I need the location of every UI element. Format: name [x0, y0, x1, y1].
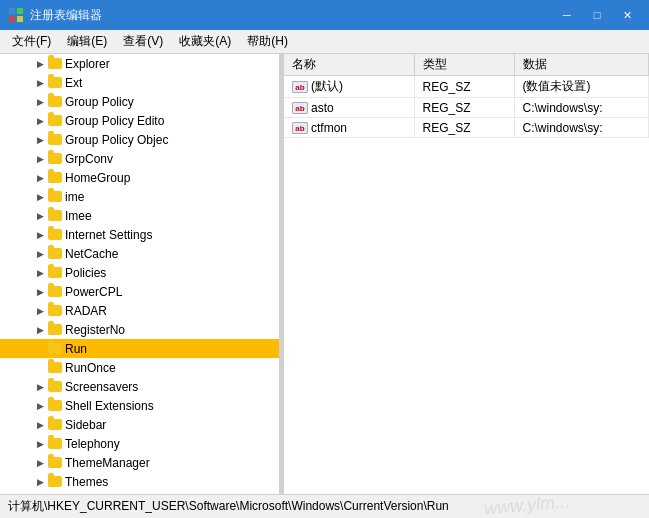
- cell-name: ab(默认): [284, 76, 414, 98]
- tree-item[interactable]: ▶Themes: [0, 472, 279, 491]
- folder-icon: [48, 153, 62, 164]
- reg-icon: ab(默认): [292, 78, 343, 95]
- cell-data: C:\windows\sy:: [514, 118, 649, 138]
- cell-data: C:\windows\sy:: [514, 98, 649, 118]
- tree-item-label: Group Policy Objec: [65, 133, 168, 147]
- tree-expand-icon[interactable]: ▶: [32, 59, 48, 69]
- tree-expand-icon[interactable]: ▶: [32, 154, 48, 164]
- tree-item-label: GrpConv: [65, 152, 113, 166]
- menu-favorites[interactable]: 收藏夹(A): [171, 31, 239, 52]
- tree-item[interactable]: Run: [0, 339, 279, 358]
- maximize-button[interactable]: □: [583, 5, 611, 25]
- tree-item[interactable]: ▶Group Policy Objec: [0, 130, 279, 149]
- svg-rect-3: [17, 16, 23, 22]
- folder-icon: [48, 305, 62, 316]
- tree-item[interactable]: ▶ime: [0, 187, 279, 206]
- tree-item[interactable]: ▶GrpConv: [0, 149, 279, 168]
- tree-item[interactable]: ▶Sidebar: [0, 415, 279, 434]
- ab-icon: ab: [292, 102, 308, 114]
- cell-type: REG_SZ: [414, 118, 514, 138]
- tree-item[interactable]: ▶PowerCPL: [0, 282, 279, 301]
- app-icon: [8, 7, 24, 23]
- tree-expand-icon[interactable]: ▶: [32, 306, 48, 316]
- folder-icon: [48, 210, 62, 221]
- reg-icon: abasto: [292, 101, 334, 115]
- tree-item[interactable]: ▶Policies: [0, 263, 279, 282]
- tree-expand-icon[interactable]: ▶: [32, 325, 48, 335]
- close-button[interactable]: ✕: [613, 5, 641, 25]
- tree-item-label: HomeGroup: [65, 171, 130, 185]
- status-bar: 计算机\HKEY_CURRENT_USER\Software\Microsoft…: [0, 494, 649, 518]
- menu-edit[interactable]: 编辑(E): [59, 31, 115, 52]
- tree-item-label: Explorer: [65, 57, 110, 71]
- tree-item[interactable]: ▶Imee: [0, 206, 279, 225]
- folder-icon: [48, 248, 62, 259]
- menu-view[interactable]: 查看(V): [115, 31, 171, 52]
- tree-expand-icon[interactable]: ▶: [32, 287, 48, 297]
- folder-icon: [48, 476, 62, 487]
- tree-item[interactable]: ▶Group Policy: [0, 92, 279, 111]
- tree-item[interactable]: ▶Screensavers: [0, 377, 279, 396]
- folder-icon: [48, 457, 62, 468]
- folder-icon: [48, 134, 62, 145]
- tree-item-label: Group Policy Edito: [65, 114, 164, 128]
- tree-expand-icon[interactable]: ▶: [32, 382, 48, 392]
- tree-expand-icon[interactable]: ▶: [32, 211, 48, 221]
- folder-icon: [48, 115, 62, 126]
- tree-expand-icon[interactable]: ▶: [32, 439, 48, 449]
- tree-item[interactable]: ▶Explorer: [0, 54, 279, 73]
- tree-expand-icon[interactable]: ▶: [32, 458, 48, 468]
- folder-icon: [48, 267, 62, 278]
- col-name: 名称: [284, 54, 414, 76]
- tree-item[interactable]: ▶Ext: [0, 73, 279, 92]
- table-row[interactable]: abctfmonREG_SZC:\windows\sy:: [284, 118, 649, 138]
- menu-bar: 文件(F) 编辑(E) 查看(V) 收藏夹(A) 帮助(H): [0, 30, 649, 54]
- tree-expand-icon[interactable]: ▶: [32, 97, 48, 107]
- cell-name: abctfmon: [284, 118, 414, 138]
- tree-expand-icon[interactable]: ▶: [32, 230, 48, 240]
- tree-expand-icon[interactable]: ▶: [32, 420, 48, 430]
- cell-name: abasto: [284, 98, 414, 118]
- tree-item[interactable]: RunOnce: [0, 358, 279, 377]
- menu-help[interactable]: 帮助(H): [239, 31, 296, 52]
- col-type: 类型: [414, 54, 514, 76]
- folder-icon: [48, 229, 62, 240]
- tree-item[interactable]: ▶HomeGroup: [0, 168, 279, 187]
- menu-file[interactable]: 文件(F): [4, 31, 59, 52]
- tree-panel[interactable]: ▶Explorer▶Ext▶Group Policy▶Group Policy …: [0, 54, 280, 494]
- tree-item[interactable]: ▶RADAR: [0, 301, 279, 320]
- table-row[interactable]: ab(默认)REG_SZ(数值未设置): [284, 76, 649, 98]
- registry-table: 名称 类型 数据 ab(默认)REG_SZ(数值未设置)abastoREG_SZ…: [284, 54, 649, 138]
- tree-expand-icon[interactable]: ▶: [32, 192, 48, 202]
- folder-icon: [48, 400, 62, 411]
- tree-expand-icon[interactable]: ▶: [32, 268, 48, 278]
- tree-item[interactable]: ▶Internet Settings: [0, 225, 279, 244]
- tree-expand-icon[interactable]: ▶: [32, 135, 48, 145]
- tree-item[interactable]: ▶ThemeManager: [0, 453, 279, 472]
- tree-item[interactable]: ▶Shell Extensions: [0, 396, 279, 415]
- tree-item-label: PowerCPL: [65, 285, 122, 299]
- tree-item-label: Shell Extensions: [65, 399, 154, 413]
- table-row[interactable]: abastoREG_SZC:\windows\sy:: [284, 98, 649, 118]
- tree-expand-icon[interactable]: ▶: [32, 477, 48, 487]
- tree-expand-icon[interactable]: ▶: [32, 116, 48, 126]
- tree-expand-icon[interactable]: ▶: [32, 401, 48, 411]
- tree-item-label: Sidebar: [65, 418, 106, 432]
- tree-expand-icon[interactable]: ▶: [32, 249, 48, 259]
- minimize-button[interactable]: ─: [553, 5, 581, 25]
- tree-item[interactable]: ▶NetCache: [0, 244, 279, 263]
- tree-item-label: Internet Settings: [65, 228, 152, 242]
- tree-item-label: Ext: [65, 76, 82, 90]
- tree-item[interactable]: ▶RegisterNo: [0, 320, 279, 339]
- tree-item[interactable]: ▶Telephony: [0, 434, 279, 453]
- col-data: 数据: [514, 54, 649, 76]
- tree-item-label: RunOnce: [65, 361, 116, 375]
- svg-rect-2: [9, 16, 15, 22]
- tree-item[interactable]: ▶Group Policy Edito: [0, 111, 279, 130]
- tree-expand-icon[interactable]: ▶: [32, 173, 48, 183]
- title-bar-left: 注册表编辑器: [8, 7, 102, 24]
- folder-icon: [48, 172, 62, 183]
- folder-icon: [48, 381, 62, 392]
- tree-expand-icon[interactable]: ▶: [32, 78, 48, 88]
- status-path: 计算机\HKEY_CURRENT_USER\Software\Microsoft…: [8, 498, 449, 515]
